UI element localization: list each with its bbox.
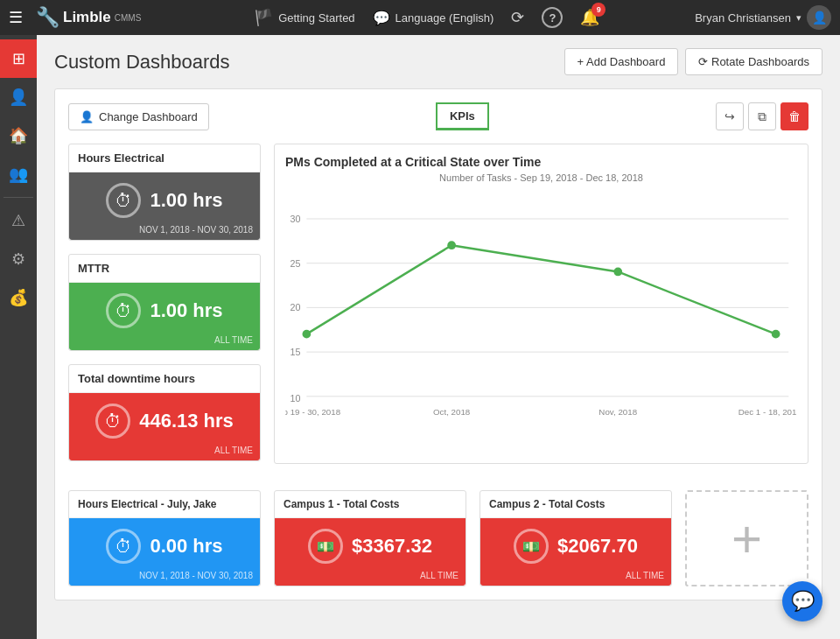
bottom-row: Hours Electrical - July, Jake ⏱ 0.00 hrs… — [68, 490, 808, 586]
kpi-date-range: ALL TIME — [480, 569, 671, 586]
svg-text:Oct, 2018: Oct, 2018 — [433, 407, 470, 417]
kpi-date-range: ALL TIME — [69, 334, 260, 350]
kpi-value-box: 💵 $2067.70 — [480, 518, 671, 569]
chart-title: PMs Completed at a Critical State over T… — [285, 155, 797, 169]
sidebar-item-alerts[interactable]: ⚠ — [0, 201, 37, 240]
delete-button[interactable]: 🗑 — [780, 102, 808, 130]
logo: 🔧 Limble CMMS — [36, 6, 141, 29]
profile-icon: 👤 — [9, 88, 28, 107]
bottom-kpi-card-campus2: Campus 2 - Total Costs 💵 $2067.70 ALL TI… — [480, 490, 672, 586]
share-button[interactable]: ↪ — [716, 102, 744, 130]
kpi-date-range: ALL TIME — [275, 569, 466, 586]
refresh-icon[interactable]: ⟳ — [511, 8, 524, 27]
kpi-card-header: MTTR — [69, 255, 260, 283]
dashboard-grid: Hours Electrical ⏱ 1.00 hrs NOV 1, 2018 … — [68, 144, 808, 477]
toolbar-actions: ↪ ⧉ 🗑 — [716, 102, 808, 130]
help-icon[interactable]: ? — [542, 7, 563, 28]
add-widget-plus-icon: + — [732, 509, 762, 569]
kpi-card-mttr: MTTR ⏱ 1.00 hrs ALL TIME — [68, 254, 261, 351]
svg-text:10: 10 — [290, 393, 301, 404]
svg-point-10 — [303, 330, 312, 339]
kpi-value-container: ⏱ 446.13 hrs ALL TIME — [69, 393, 260, 460]
kpi-date-range: ALL TIME — [69, 444, 260, 460]
notifications-icon[interactable]: 🔔 9 — [580, 8, 599, 27]
kpi-value-container: ⏱ 1.00 hrs ALL TIME — [69, 283, 260, 350]
kpi-value-container: ⏱ 0.00 hrs NOV 1, 2018 - NOV 30, 2018 — [69, 518, 260, 586]
alerts-icon: ⚠ — [11, 211, 25, 230]
kpi-value-box: ⏱ 1.00 hrs — [69, 283, 260, 334]
main-content: Custom Dashboards + Add Dashboard ⟳ Rota… — [37, 35, 840, 639]
kpi-money-icon: 💵 — [514, 529, 549, 564]
add-widget-box[interactable]: + — [685, 490, 808, 586]
kpi-value-box: ⏱ 1.00 hrs — [69, 172, 260, 223]
sidebar-item-settings[interactable]: ⚙ — [0, 240, 37, 278]
kpi-clock-icon: ⏱ — [95, 404, 130, 439]
chat-bubble[interactable]: 💬 — [782, 581, 822, 621]
chart-panel: PMs Completed at a Critical State over T… — [274, 144, 808, 464]
page-title: Custom Dashboards — [54, 51, 230, 74]
kpi-value-box: 💵 $3367.32 — [275, 518, 466, 569]
user-menu[interactable]: Bryan Christiansen ▾ 👤 — [695, 5, 831, 30]
kpi-date-range: NOV 1, 2018 - NOV 30, 2018 — [69, 223, 260, 240]
language-nav[interactable]: 💬 Language (English) — [373, 10, 494, 26]
dashboard-icon: ⊞ — [12, 49, 25, 68]
bottom-kpi-card-hours: Hours Electrical - July, Jake ⏱ 0.00 hrs… — [68, 490, 261, 586]
avatar: 👤 — [807, 5, 831, 30]
dashboard-toolbar: 👤 Change Dashboard KPIs ↪ ⧉ 🗑 — [68, 102, 808, 130]
bottom-kpi-header: Hours Electrical - July, Jake — [69, 491, 260, 518]
chart-subtitle: Number of Tasks - Sep 19, 2018 - Dec 18,… — [285, 172, 797, 183]
billing-icon: 💰 — [9, 288, 28, 307]
sidebar-item-profile[interactable]: 👤 — [0, 78, 37, 116]
kpi-card-header: Hours Electrical — [69, 144, 260, 172]
header-buttons: + Add Dashboard ⟳ Rotate Dashboards — [564, 48, 822, 75]
tab-container: KPIs — [436, 102, 489, 130]
bottom-kpi-header: Campus 1 - Total Costs — [275, 491, 466, 518]
svg-point-12 — [613, 268, 622, 277]
chat-icon: 💬 — [791, 590, 815, 613]
kpi-money-icon: 💵 — [308, 529, 343, 564]
svg-text:20: 20 — [290, 302, 301, 312]
top-navigation: ☰ 🔧 Limble CMMS 🏴 Getting Started 💬 Lang… — [0, 0, 840, 35]
copy-button[interactable]: ⧉ — [748, 102, 776, 130]
kpi-clock-icon: ⏱ — [106, 293, 141, 328]
dashboard-area: 👤 Change Dashboard KPIs ↪ ⧉ 🗑 Hours Elec… — [54, 88, 822, 600]
chart-svg: 30 25 20 15 10 — [285, 190, 797, 453]
kpi-value-box: ⏱ 0.00 hrs — [69, 518, 260, 569]
svg-point-13 — [772, 330, 780, 339]
kpi-value-container: 💵 $2067.70 ALL TIME — [480, 518, 671, 586]
sidebar-item-billing[interactable]: 💰 — [0, 278, 37, 317]
change-dashboard-button[interactable]: 👤 Change Dashboard — [68, 103, 209, 130]
kpi-card-downtime: Total downtime hours ⏱ 446.13 hrs ALL TI… — [68, 364, 261, 461]
kpi-value-container: 💵 $3367.32 ALL TIME — [275, 518, 466, 586]
svg-point-11 — [447, 241, 456, 249]
kpi-card-header: Total downtime hours — [69, 365, 260, 393]
svg-text:Sep 19 - 30, 2018: Sep 19 - 30, 2018 — [285, 407, 340, 417]
bottom-kpi-header: Campus 2 - Total Costs — [480, 491, 671, 518]
sidebar-item-users[interactable]: 👥 — [0, 155, 37, 193]
sidebar-item-home[interactable]: 🏠 — [0, 116, 37, 155]
rotate-dashboards-button[interactable]: ⟳ Rotate Dashboards — [685, 48, 822, 75]
add-dashboard-button[interactable]: + Add Dashboard — [564, 48, 679, 75]
nav-center: 🏴 Getting Started 💬 Language (English) ⟳… — [167, 7, 686, 28]
kpi-date-range: NOV 1, 2018 - NOV 30, 2018 — [69, 569, 260, 586]
tab-kpis[interactable]: KPIs — [436, 102, 489, 130]
sidebar-item-dashboard[interactable]: ⊞ — [0, 39, 37, 78]
kpi-clock-icon: ⏱ — [106, 529, 141, 564]
users-icon: 👥 — [9, 165, 28, 184]
svg-text:25: 25 — [290, 258, 301, 269]
hamburger-icon[interactable]: ☰ — [9, 8, 23, 27]
settings-icon: ⚙ — [11, 249, 25, 269]
kpi-clock-icon: ⏱ — [106, 183, 141, 218]
kpi-value-box: ⏱ 446.13 hrs — [69, 393, 260, 444]
page-header: Custom Dashboards + Add Dashboard ⟳ Rota… — [54, 48, 822, 75]
kpi-value-container: ⏱ 1.00 hrs NOV 1, 2018 - NOV 30, 2018 — [69, 172, 260, 240]
svg-text:15: 15 — [290, 347, 301, 357]
sidebar: ⊞ 👤 🏠 👥 ⚠ ⚙ 💰 — [0, 35, 37, 639]
getting-started-nav[interactable]: 🏴 Getting Started — [254, 8, 354, 27]
svg-text:Dec 1 - 18, 2018: Dec 1 - 18, 2018 — [738, 407, 797, 417]
bottom-kpi-card-campus1: Campus 1 - Total Costs 💵 $3367.32 ALL TI… — [274, 490, 466, 586]
home-icon: 🏠 — [9, 126, 28, 145]
svg-text:Nov, 2018: Nov, 2018 — [598, 407, 637, 417]
kpi-card-hours-electrical: Hours Electrical ⏱ 1.00 hrs NOV 1, 2018 … — [68, 144, 261, 241]
chart-area: 30 25 20 15 10 — [285, 190, 797, 453]
